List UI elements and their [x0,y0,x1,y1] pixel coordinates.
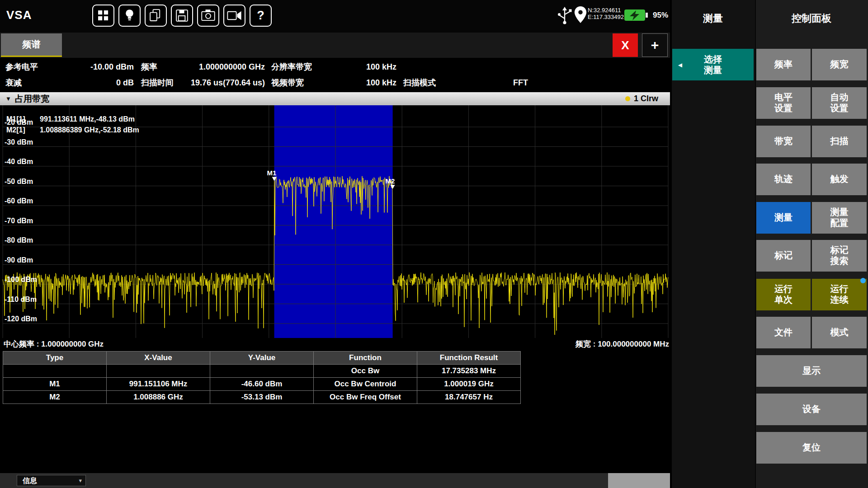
app-logo: VSA [6,8,32,22]
help-icon: ? [257,9,264,23]
collapse-chart-button[interactable]: ▼ [5,95,11,102]
btn-frequency[interactable]: 频率 [756,49,811,80]
cell: 1.008886 GHz [107,391,210,404]
col-header-yvalue: Y-Value [210,352,314,365]
help-button[interactable]: ? [250,5,272,27]
cell: Occ Bw Centroid [314,378,417,391]
trace-color-dot [625,96,630,101]
cell: 17.735283 MHz [417,365,521,378]
location-pin-icon [573,6,588,24]
setting-value: -10.00 dBm [54,60,134,74]
windows-icon [93,5,113,27]
btn-device[interactable]: 设备 [756,394,867,425]
col-header-type: Type [3,352,107,365]
marker-readout-m1: M1[1] 991.113611 MHz,-48.13 dBm [6,115,135,123]
btn-run-single[interactable]: 运行 单次 [756,279,811,310]
control-panel-title: 控制面板 [755,12,868,25]
btn-sweep[interactable]: 扫描 [812,126,867,157]
setting-value: FFT [448,75,528,90]
btn-span[interactable]: 频宽 [812,49,867,80]
marker-id: M1[1] [6,115,34,123]
cell: -46.60 dBm [210,378,314,391]
vsa-app: VSA [0,0,868,488]
bulb-button[interactable] [118,5,141,27]
btn-marker[interactable]: 标记 [756,240,811,272]
add-tab-button[interactable]: + [642,33,668,57]
tab-spectrum[interactable]: 频谱 [1,33,62,57]
btn-bandwidth[interactable]: 带宽 [756,126,811,157]
marker-id: M2[1] [6,126,34,134]
tab-bar: 频谱 X + [0,33,670,58]
save-icon [172,5,192,27]
cell [3,365,107,378]
marker-value: 991.113611 MHz,-48.13 dBm [40,115,135,123]
close-tab-button[interactable]: X [613,33,638,57]
cell: 991.151106 MHz [107,378,210,391]
btn-file[interactable]: 文件 [756,317,811,348]
setting-value: 19.76 us(770.64 us) [176,75,265,90]
btn-level-settings[interactable]: 电平 设置 [756,87,811,119]
setting-label: 分辨率带宽 [271,60,312,74]
btn-marker-search[interactable]: 标记 搜索 [812,240,867,272]
marker-readout-m2: M2[1] 1.008886389 GHz,-52.18 dBm [6,126,139,134]
top-bar: VSA [0,0,670,33]
svg-text:M2: M2 [386,177,395,185]
spectrum-chart: M1M2 -20 dBm-30 dBm-40 dBm-50 dBm-60 dBm… [2,105,670,338]
btn-display[interactable]: 显示 [756,355,867,387]
table-row: M2 1.008886 GHz -53.13 dBm Occ Bw Freq O… [3,391,521,404]
results-table: Type X-Value Y-Value Function Function R… [3,351,521,404]
open-copy-icon [146,5,166,27]
select-measurement-button[interactable]: ◄ 选择 测量 [672,49,754,80]
setting-value: 1.000000000 GHz [176,60,265,74]
cell: 18.747657 Hz [417,391,521,404]
center-frequency-label: 中心频率 : 1.000000000 GHz [4,339,104,349]
info-dropdown[interactable]: 信息 ▾ [17,475,86,486]
plot-canvas: M1M2 [2,105,670,338]
spectrum-plot-svg: M1M2 [2,105,670,338]
cell [107,365,210,378]
btn-measure[interactable]: 测量 [756,202,811,234]
btn-measure-config[interactable]: 测量 配置 [812,202,867,234]
cell: 1.000019 GHz [417,378,521,391]
video-record-icon [224,5,245,27]
record-button[interactable] [223,5,245,27]
setting-label: 扫描时间 [141,75,174,90]
active-indicator-dot [860,278,866,283]
setting-value: 100 kHz [312,75,396,90]
windows-button[interactable] [92,5,114,27]
marker-value: 1.008886389 GHz,-52.18 dBm [40,126,139,134]
battery-icon [624,9,649,22]
setting-label: 衰减 [5,75,22,90]
col-header-function: Function [314,352,417,365]
btn-mode[interactable]: 模式 [812,317,867,348]
table-row: M1 991.151106 MHz -46.60 dBm Occ Bw Cent… [3,378,521,391]
save-button[interactable] [171,5,193,27]
svg-text:M1: M1 [267,169,277,177]
bottom-bar-spacer [608,473,670,488]
gps-latitude: N:32.924611 [588,7,624,14]
btn-auto-settings[interactable]: 自动 设置 [812,87,867,119]
battery-percent: 95% [653,11,668,20]
cell: M2 [3,391,107,404]
chevron-down-icon: ▾ [79,475,82,486]
btn-trigger[interactable]: 触发 [812,164,867,195]
screenshot-camera-icon [198,5,218,27]
trace-indicator: 1 Clrw [625,94,658,103]
btn-run-continuous[interactable]: 运行 连续 [812,279,867,310]
left-arrow-icon: ◄ [677,61,684,69]
setting-label: 扫描模式 [403,75,436,90]
btn-reset[interactable]: 复位 [756,432,867,464]
measure-panel-title: 测量 [671,12,755,25]
cell [210,365,314,378]
col-header-function-result: Function Result [417,352,521,365]
chart-header-bar: ▼ 占用带宽 1 Clrw [0,92,670,105]
screenshot-button[interactable] [197,5,219,27]
btn-trace[interactable]: 轨迹 [756,164,811,195]
cell: Occ Bw Freq Offset [314,391,417,404]
col-header-xvalue: X-Value [107,352,210,365]
open-button[interactable] [145,5,167,27]
trace-label: 1 Clrw [634,94,658,103]
chart-title: 占用带宽 [15,93,49,105]
cell: Occ Bw [314,365,417,378]
gps-coordinates: N:32.924611 E:117.333492 [588,7,624,20]
